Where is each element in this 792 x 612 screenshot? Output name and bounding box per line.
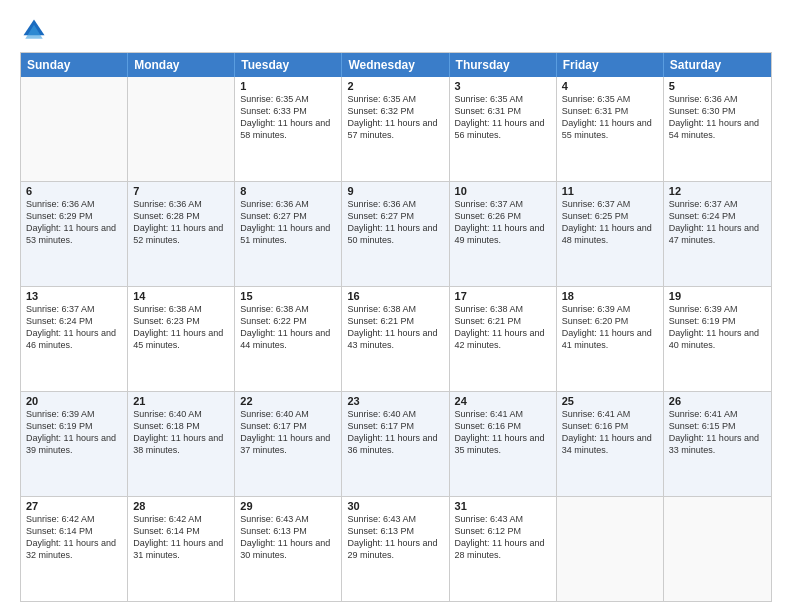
day-info: Sunrise: 6:40 AM Sunset: 6:17 PM Dayligh… [347,408,443,457]
cal-cell-day-20: 20Sunrise: 6:39 AM Sunset: 6:19 PM Dayli… [21,392,128,496]
day-number: 29 [240,500,336,512]
day-number: 21 [133,395,229,407]
cal-cell-day-19: 19Sunrise: 6:39 AM Sunset: 6:19 PM Dayli… [664,287,771,391]
day-info: Sunrise: 6:41 AM Sunset: 6:16 PM Dayligh… [455,408,551,457]
cal-cell-day-18: 18Sunrise: 6:39 AM Sunset: 6:20 PM Dayli… [557,287,664,391]
calendar-header: SundayMondayTuesdayWednesdayThursdayFrid… [21,53,771,77]
day-info: Sunrise: 6:39 AM Sunset: 6:19 PM Dayligh… [26,408,122,457]
day-number: 28 [133,500,229,512]
day-info: Sunrise: 6:38 AM Sunset: 6:22 PM Dayligh… [240,303,336,352]
day-info: Sunrise: 6:37 AM Sunset: 6:26 PM Dayligh… [455,198,551,247]
cal-cell-empty [664,497,771,601]
header-day-monday: Monday [128,53,235,77]
day-number: 22 [240,395,336,407]
calendar-body: 1Sunrise: 6:35 AM Sunset: 6:33 PM Daylig… [21,77,771,601]
day-number: 24 [455,395,551,407]
cal-cell-day-29: 29Sunrise: 6:43 AM Sunset: 6:13 PM Dayli… [235,497,342,601]
day-number: 25 [562,395,658,407]
cal-cell-day-23: 23Sunrise: 6:40 AM Sunset: 6:17 PM Dayli… [342,392,449,496]
cal-cell-day-5: 5Sunrise: 6:36 AM Sunset: 6:30 PM Daylig… [664,77,771,181]
day-number: 23 [347,395,443,407]
cal-cell-day-6: 6Sunrise: 6:36 AM Sunset: 6:29 PM Daylig… [21,182,128,286]
day-info: Sunrise: 6:35 AM Sunset: 6:33 PM Dayligh… [240,93,336,142]
cal-cell-empty [557,497,664,601]
cal-cell-day-27: 27Sunrise: 6:42 AM Sunset: 6:14 PM Dayli… [21,497,128,601]
day-number: 4 [562,80,658,92]
cal-cell-day-25: 25Sunrise: 6:41 AM Sunset: 6:16 PM Dayli… [557,392,664,496]
cal-cell-day-12: 12Sunrise: 6:37 AM Sunset: 6:24 PM Dayli… [664,182,771,286]
day-info: Sunrise: 6:43 AM Sunset: 6:13 PM Dayligh… [347,513,443,562]
day-info: Sunrise: 6:35 AM Sunset: 6:31 PM Dayligh… [562,93,658,142]
logo-icon [20,16,48,44]
cal-cell-day-9: 9Sunrise: 6:36 AM Sunset: 6:27 PM Daylig… [342,182,449,286]
calendar-row-1: 1Sunrise: 6:35 AM Sunset: 6:33 PM Daylig… [21,77,771,181]
calendar-row-5: 27Sunrise: 6:42 AM Sunset: 6:14 PM Dayli… [21,496,771,601]
day-info: Sunrise: 6:41 AM Sunset: 6:16 PM Dayligh… [562,408,658,457]
header-day-thursday: Thursday [450,53,557,77]
cal-cell-day-21: 21Sunrise: 6:40 AM Sunset: 6:18 PM Dayli… [128,392,235,496]
cal-cell-day-8: 8Sunrise: 6:36 AM Sunset: 6:27 PM Daylig… [235,182,342,286]
header-day-sunday: Sunday [21,53,128,77]
cal-cell-day-22: 22Sunrise: 6:40 AM Sunset: 6:17 PM Dayli… [235,392,342,496]
day-info: Sunrise: 6:43 AM Sunset: 6:13 PM Dayligh… [240,513,336,562]
day-number: 15 [240,290,336,302]
cal-cell-day-10: 10Sunrise: 6:37 AM Sunset: 6:26 PM Dayli… [450,182,557,286]
day-info: Sunrise: 6:37 AM Sunset: 6:25 PM Dayligh… [562,198,658,247]
logo [20,16,52,44]
cal-cell-day-1: 1Sunrise: 6:35 AM Sunset: 6:33 PM Daylig… [235,77,342,181]
day-number: 26 [669,395,766,407]
day-info: Sunrise: 6:36 AM Sunset: 6:28 PM Dayligh… [133,198,229,247]
day-info: Sunrise: 6:36 AM Sunset: 6:27 PM Dayligh… [240,198,336,247]
day-info: Sunrise: 6:39 AM Sunset: 6:20 PM Dayligh… [562,303,658,352]
day-number: 9 [347,185,443,197]
cal-cell-empty [128,77,235,181]
day-info: Sunrise: 6:36 AM Sunset: 6:30 PM Dayligh… [669,93,766,142]
day-number: 17 [455,290,551,302]
day-number: 27 [26,500,122,512]
day-number: 16 [347,290,443,302]
day-info: Sunrise: 6:39 AM Sunset: 6:19 PM Dayligh… [669,303,766,352]
day-info: Sunrise: 6:40 AM Sunset: 6:18 PM Dayligh… [133,408,229,457]
cal-cell-day-13: 13Sunrise: 6:37 AM Sunset: 6:24 PM Dayli… [21,287,128,391]
cal-cell-day-14: 14Sunrise: 6:38 AM Sunset: 6:23 PM Dayli… [128,287,235,391]
calendar-row-2: 6Sunrise: 6:36 AM Sunset: 6:29 PM Daylig… [21,181,771,286]
day-info: Sunrise: 6:42 AM Sunset: 6:14 PM Dayligh… [26,513,122,562]
day-info: Sunrise: 6:35 AM Sunset: 6:31 PM Dayligh… [455,93,551,142]
day-info: Sunrise: 6:36 AM Sunset: 6:27 PM Dayligh… [347,198,443,247]
day-info: Sunrise: 6:37 AM Sunset: 6:24 PM Dayligh… [26,303,122,352]
calendar: SundayMondayTuesdayWednesdayThursdayFrid… [20,52,772,602]
cal-cell-day-16: 16Sunrise: 6:38 AM Sunset: 6:21 PM Dayli… [342,287,449,391]
day-number: 8 [240,185,336,197]
cal-cell-day-24: 24Sunrise: 6:41 AM Sunset: 6:16 PM Dayli… [450,392,557,496]
day-number: 5 [669,80,766,92]
header [20,16,772,44]
day-number: 20 [26,395,122,407]
cal-cell-day-30: 30Sunrise: 6:43 AM Sunset: 6:13 PM Dayli… [342,497,449,601]
day-number: 6 [26,185,122,197]
header-day-tuesday: Tuesday [235,53,342,77]
cal-cell-day-17: 17Sunrise: 6:38 AM Sunset: 6:21 PM Dayli… [450,287,557,391]
day-number: 30 [347,500,443,512]
cal-cell-day-28: 28Sunrise: 6:42 AM Sunset: 6:14 PM Dayli… [128,497,235,601]
cal-cell-day-26: 26Sunrise: 6:41 AM Sunset: 6:15 PM Dayli… [664,392,771,496]
header-day-wednesday: Wednesday [342,53,449,77]
day-info: Sunrise: 6:35 AM Sunset: 6:32 PM Dayligh… [347,93,443,142]
day-info: Sunrise: 6:38 AM Sunset: 6:23 PM Dayligh… [133,303,229,352]
day-info: Sunrise: 6:38 AM Sunset: 6:21 PM Dayligh… [455,303,551,352]
day-number: 19 [669,290,766,302]
day-info: Sunrise: 6:43 AM Sunset: 6:12 PM Dayligh… [455,513,551,562]
day-number: 3 [455,80,551,92]
header-day-friday: Friday [557,53,664,77]
day-number: 18 [562,290,658,302]
day-info: Sunrise: 6:38 AM Sunset: 6:21 PM Dayligh… [347,303,443,352]
day-number: 10 [455,185,551,197]
cal-cell-day-7: 7Sunrise: 6:36 AM Sunset: 6:28 PM Daylig… [128,182,235,286]
day-number: 2 [347,80,443,92]
day-info: Sunrise: 6:37 AM Sunset: 6:24 PM Dayligh… [669,198,766,247]
day-number: 11 [562,185,658,197]
day-info: Sunrise: 6:41 AM Sunset: 6:15 PM Dayligh… [669,408,766,457]
day-info: Sunrise: 6:36 AM Sunset: 6:29 PM Dayligh… [26,198,122,247]
cal-cell-day-3: 3Sunrise: 6:35 AM Sunset: 6:31 PM Daylig… [450,77,557,181]
day-number: 14 [133,290,229,302]
cal-cell-day-4: 4Sunrise: 6:35 AM Sunset: 6:31 PM Daylig… [557,77,664,181]
